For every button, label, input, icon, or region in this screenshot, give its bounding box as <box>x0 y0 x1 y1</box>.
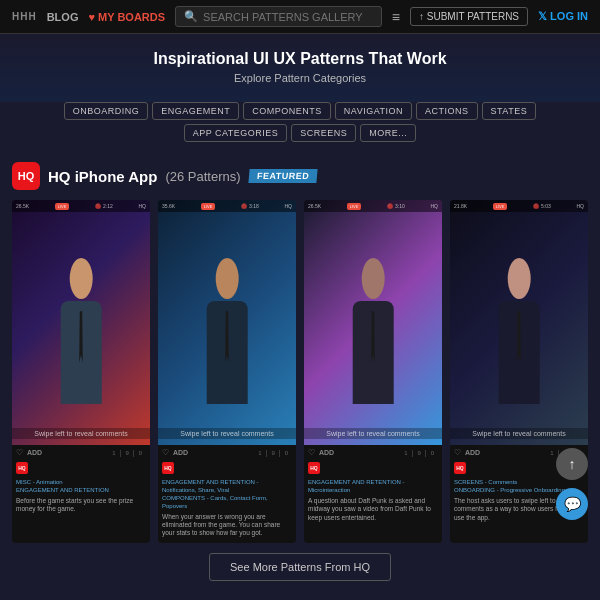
hero-subtitle: Explore Pattern Categories <box>12 72 588 84</box>
card-stats-3: ♡ ADD 1 | 9 | 0 <box>304 445 442 460</box>
card-brand-1: HQ <box>12 460 150 476</box>
card-screenshot-2: 35.6K LIVE 🔴3:18 HQ Swipe left to reveal… <box>158 200 296 445</box>
hq-app-title[interactable]: HQ iPhone App <box>48 168 157 185</box>
swipe-hint-2: Swipe left to reveal comments <box>158 428 296 439</box>
chat-button[interactable]: 💬 <box>556 488 588 520</box>
floating-actions: ↑ 💬 <box>556 448 588 520</box>
card-screenshot-3: 26.5K LIVE 🔴3:10 HQ Swipe left to reveal… <box>304 200 442 445</box>
cat-components[interactable]: COMPONENTS <box>243 102 331 120</box>
submit-button[interactable]: ↑ SUBMIT PATTERNS <box>410 7 528 26</box>
heart-icon-2: ♡ <box>162 448 169 457</box>
boards-link[interactable]: ♥ MY BOARDS <box>88 11 165 23</box>
hq-app-icon: HQ <box>12 162 40 190</box>
menu-icon[interactable]: ≡ <box>392 9 400 25</box>
see-more-button[interactable]: See More Patterns From HQ <box>209 553 391 581</box>
card-screenshot-1: 26.5K LIVE 🔴2:12 HQ Swipe left to reveal… <box>12 200 150 445</box>
pattern-card-3[interactable]: 26.5K LIVE 🔴3:10 HQ Swipe left to reveal… <box>304 200 442 543</box>
cat-app-categories[interactable]: APP CATEGORIES <box>184 124 288 142</box>
cards-grid: 26.5K LIVE 🔴2:12 HQ Swipe left to reveal… <box>12 200 588 543</box>
search-container: 🔍 <box>175 6 382 27</box>
heart-icon-3: ♡ <box>308 448 315 457</box>
card-screenshot-4: 21.8K LIVE 🔴5:03 HQ Swipe left to reveal… <box>450 200 588 445</box>
hq-app-header: HQ HQ iPhone App (26 Patterns) FEATURED <box>12 162 588 190</box>
swipe-hint-1: Swipe left to reveal comments <box>12 428 150 439</box>
category-tags: ONBOARDING ENGAGEMENT COMPONENTS NAVIGAT… <box>0 102 600 152</box>
cat-engagement[interactable]: ENGAGEMENT <box>152 102 239 120</box>
cat-screens[interactable]: SCREENS <box>291 124 356 142</box>
card-desc-2: ENGAGEMENT AND RETENTION - Notifications… <box>158 476 296 543</box>
hq-app-section: HQ HQ iPhone App (26 Patterns) FEATURED … <box>0 152 600 600</box>
hero-title: Inspirational UI UX Patterns That Work <box>12 50 588 68</box>
cat-navigation[interactable]: NAVIGATION <box>335 102 412 120</box>
swipe-hint-3: Swipe left to reveal comments <box>304 428 442 439</box>
search-input[interactable] <box>203 11 373 23</box>
cat-actions[interactable]: ACTIONS <box>416 102 478 120</box>
card-desc-3: ENGAGEMENT AND RETENTION - Microinteract… <box>304 476 442 527</box>
site-header: HHH BLOG ♥ MY BOARDS 🔍 ≡ ↑ SUBMIT PATTER… <box>0 0 600 34</box>
card-brand-2: HQ <box>158 460 296 476</box>
card-brand-3: HQ <box>304 460 442 476</box>
hero-section: Inspirational UI UX Patterns That Work E… <box>0 34 600 102</box>
featured-badge: FEATURED <box>248 169 318 183</box>
heart-icon-1: ♡ <box>16 448 23 457</box>
heart-icon-4: ♡ <box>454 448 461 457</box>
login-button[interactable]: 𝕏 LOG IN <box>538 10 588 23</box>
card-desc-1: MISC - AnimationENGAGEMENT AND RETENTION… <box>12 476 150 518</box>
cat-states[interactable]: STATES <box>482 102 537 120</box>
scroll-up-button[interactable]: ↑ <box>556 448 588 480</box>
cat-onboarding[interactable]: ONBOARDING <box>64 102 149 120</box>
card-stats-1: ♡ ADD 1 | 9 | 0 <box>12 445 150 460</box>
blog-link[interactable]: BLOG <box>47 11 79 23</box>
site-logo: HHH <box>12 11 37 22</box>
swipe-hint-4: Swipe left to reveal comments <box>450 428 588 439</box>
card-stats-2: ♡ ADD 1 | 9 | 0 <box>158 445 296 460</box>
hq-app-count: (26 Patterns) <box>165 169 240 184</box>
pattern-card-2[interactable]: 35.6K LIVE 🔴3:18 HQ Swipe left to reveal… <box>158 200 296 543</box>
cat-more[interactable]: MORE... <box>360 124 416 142</box>
pattern-card-1[interactable]: 26.5K LIVE 🔴2:12 HQ Swipe left to reveal… <box>12 200 150 543</box>
search-icon: 🔍 <box>184 10 198 23</box>
